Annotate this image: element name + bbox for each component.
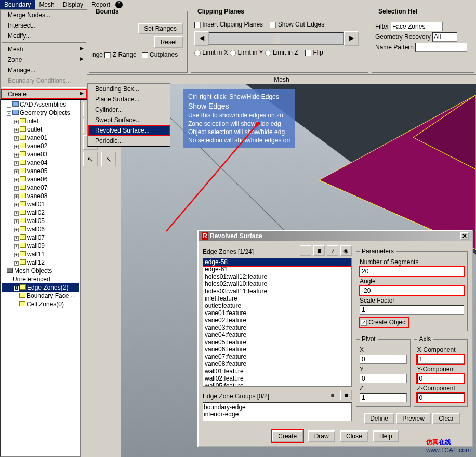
edge-item[interactable]: edge-58 [203, 258, 351, 266]
showcut-check[interactable] [270, 22, 276, 28]
dd-merge-nodes[interactable]: Merge Nodes... [1, 10, 87, 20]
dd-mesh[interactable]: Mesh [1, 44, 87, 55]
edge-item[interactable]: outlet:feature [203, 302, 351, 309]
tree-item-vane05[interactable]: +vane05 [2, 167, 79, 175]
pivot-x-input[interactable] [360, 355, 407, 364]
reset-button[interactable]: Reset [154, 36, 183, 48]
preview-button[interactable]: Preview [396, 413, 431, 424]
pivot-y-input[interactable] [360, 374, 407, 383]
dd-zone[interactable]: Zone [1, 55, 87, 65]
set-ranges-button[interactable]: Set Ranges [138, 23, 183, 34]
create-obj-check[interactable]: ✓ [361, 320, 367, 326]
tree-geom[interactable]: -Geometry Objects [2, 109, 79, 117]
list-icon-2[interactable]: ≣ [313, 245, 325, 256]
axis-y-input[interactable] [417, 374, 465, 383]
edge-zones-listbox[interactable]: edge-58edge-61holes01:wall12:featurehole… [203, 258, 352, 387]
help-icon[interactable]: ^ [115, 1, 123, 8]
create-button[interactable]: Create [272, 430, 303, 442]
angle-input[interactable] [360, 286, 464, 295]
clear-button[interactable]: Clear [432, 413, 460, 424]
axis-x-input[interactable] [417, 355, 465, 364]
list-icon-4[interactable]: ◉ [340, 245, 352, 256]
tree-item-vane06[interactable]: +vane06 [2, 175, 79, 184]
num-seg-input[interactable] [360, 267, 464, 276]
menu-display[interactable]: Display [59, 0, 87, 9]
limit-x-radio[interactable] [194, 50, 201, 56]
define-button[interactable]: Define [364, 413, 394, 424]
menu-boundary[interactable]: Boundary [0, 0, 35, 9]
close-button[interactable]: Close [340, 430, 368, 442]
help-button[interactable]: Help [373, 430, 399, 442]
edge-item[interactable]: inlet:feature [203, 295, 351, 302]
tree-item-wall02[interactable]: +wall02 [2, 208, 79, 217]
edge-item[interactable]: vane04:feature [203, 331, 351, 338]
pivot-z-input[interactable] [360, 393, 407, 402]
tool-select-icon[interactable]: ↖ [83, 152, 98, 166]
dd-modify[interactable]: Modify... [1, 31, 87, 41]
tree-item-wall07[interactable]: +wall07 [2, 233, 79, 242]
dd-create[interactable]: Create [1, 89, 87, 99]
name-pattern-input[interactable] [415, 43, 467, 52]
edge-item[interactable]: wall05:feature [203, 382, 351, 387]
tree-edge-zones[interactable]: +Edge Zones(2) [2, 283, 79, 292]
edge-item[interactable]: vane01:feature [203, 309, 351, 317]
tree-cell-zones[interactable]: Cell Zones(0) [2, 300, 79, 308]
edge-item[interactable]: vane05:feature [203, 338, 351, 346]
tree-boundary-face[interactable]: Boundary Face ··· [2, 292, 79, 300]
dd-intersect[interactable]: Intersect... [1, 20, 87, 31]
tree-item-vane04[interactable]: +vane04 [2, 159, 79, 167]
tree-item-wall05[interactable]: +wall05 [2, 217, 79, 225]
edge-item[interactable]: edge-61 [203, 266, 351, 273]
edge-item[interactable]: vane06:feature [203, 346, 351, 353]
tree-item-vane08[interactable]: +vane08 [2, 192, 79, 200]
tree-item-wall09[interactable]: +wall09 [2, 242, 79, 250]
tree-item-inlet[interactable]: +inlet [2, 117, 79, 125]
edge-item[interactable]: holes03:wall11:feature [203, 288, 351, 295]
tree-item-vane01[interactable]: +vane01 [2, 134, 79, 142]
cutplanes-check[interactable] [142, 52, 148, 58]
draw-button[interactable]: Draw [308, 430, 335, 442]
dd-plane-surface[interactable]: Plane Surface... [88, 94, 170, 105]
dialog-close-button[interactable]: ✕ [460, 232, 469, 240]
tree-cad[interactable]: +CAD Assemblies [2, 100, 79, 109]
edge-item[interactable]: vane08:feature [203, 360, 351, 368]
menu-mesh[interactable]: Mesh [35, 0, 58, 9]
edge-item[interactable]: vane03:feature [203, 324, 351, 331]
axis-z-input[interactable] [417, 393, 465, 402]
tool-cursor-icon[interactable]: ↖ [101, 152, 116, 166]
dd-manage[interactable]: Manage... [1, 65, 87, 75]
edge-item[interactable]: wall02:feature [203, 375, 351, 382]
edge-group-item[interactable]: interior-edge [204, 411, 351, 418]
edge-item[interactable]: wall01:feature [203, 368, 351, 375]
clip-slider[interactable] [209, 32, 344, 45]
flip-check[interactable] [305, 50, 311, 56]
edge-item[interactable]: vane02:feature [203, 317, 351, 324]
limit-y-radio[interactable] [230, 50, 236, 56]
tree-item-wall12[interactable]: +wall12 [2, 258, 79, 267]
tree-item-wall06[interactable]: +wall06 [2, 225, 79, 233]
insert-clip-check[interactable] [194, 22, 201, 28]
edge-item[interactable]: vane07:feature [203, 353, 351, 360]
list-icon-1[interactable]: ≡ [300, 245, 311, 256]
list-icon-3[interactable]: ≢ [327, 245, 338, 256]
tree-item-vane02[interactable]: +vane02 [2, 142, 79, 150]
scale-input[interactable] [360, 305, 464, 315]
edge-group-item[interactable]: boundary-edge [204, 403, 351, 411]
edge-item[interactable]: holes02:wall10:feature [203, 280, 351, 288]
limit-z-radio[interactable] [265, 50, 271, 56]
dd-bounding-box[interactable]: Bounding Box... [88, 84, 170, 94]
tree-item-vane07[interactable]: +vane07 [2, 184, 79, 192]
slider-right-button[interactable]: ▶ [344, 31, 359, 46]
tree-item-wall11[interactable]: +wall11 [2, 250, 79, 258]
zrange-check[interactable] [104, 52, 111, 58]
tree-mesh-obj[interactable]: Mesh Objects [2, 267, 79, 275]
grp-icon-1[interactable]: ≡ [327, 390, 338, 400]
tree-item-wall01[interactable]: +wall01 [2, 200, 79, 208]
slider-left-button[interactable]: ◀ [194, 31, 209, 46]
edge-groups-listbox[interactable]: boundary-edgeinterior-edge [203, 402, 352, 421]
filter-dropdown[interactable] [391, 22, 443, 31]
edge-item[interactable]: holes01:wall12:feature [203, 273, 351, 280]
tree-item-vane03[interactable]: +vane03 [2, 150, 79, 159]
dd-cylinder[interactable]: Cylinder... [88, 105, 170, 115]
grp-icon-2[interactable]: ≢ [340, 390, 352, 400]
